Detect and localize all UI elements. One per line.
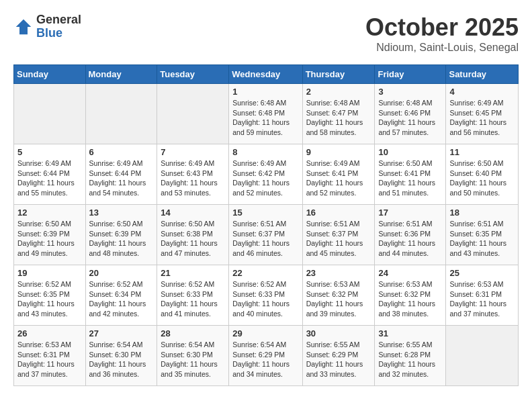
day-number: 16 bbox=[306, 208, 371, 218]
calendar-cell: 1Sunrise: 6:48 AM Sunset: 6:48 PM Daylig… bbox=[229, 84, 302, 144]
day-info: Sunrise: 6:49 AM Sunset: 6:42 PM Dayligh… bbox=[232, 158, 298, 198]
month-title: October 2025 bbox=[365, 13, 519, 42]
day-number: 10 bbox=[378, 147, 442, 157]
calendar-cell: 11Sunrise: 6:50 AM Sunset: 6:40 PM Dayli… bbox=[446, 144, 519, 205]
day-info: Sunrise: 6:55 AM Sunset: 6:29 PM Dayligh… bbox=[306, 340, 371, 379]
day-number: 4 bbox=[449, 87, 515, 97]
day-info: Sunrise: 6:53 AM Sunset: 6:31 PM Dayligh… bbox=[449, 279, 515, 319]
day-number: 27 bbox=[89, 328, 154, 338]
calendar-cell: 6Sunrise: 6:49 AM Sunset: 6:44 PM Daylig… bbox=[85, 144, 157, 205]
calendar-cell: 14Sunrise: 6:50 AM Sunset: 6:38 PM Dayli… bbox=[157, 205, 229, 265]
day-number: 8 bbox=[232, 147, 298, 157]
calendar-cell: 29Sunrise: 6:54 AM Sunset: 6:29 PM Dayli… bbox=[229, 326, 302, 386]
day-info: Sunrise: 6:54 AM Sunset: 6:29 PM Dayligh… bbox=[232, 340, 298, 379]
logo-icon bbox=[13, 17, 34, 37]
day-number: 7 bbox=[161, 147, 225, 157]
day-number: 11 bbox=[449, 147, 515, 157]
weekday-header: Sunday bbox=[14, 65, 86, 84]
day-number: 21 bbox=[161, 268, 225, 278]
day-number: 26 bbox=[17, 328, 82, 338]
day-info: Sunrise: 6:52 AM Sunset: 6:35 PM Dayligh… bbox=[17, 279, 82, 319]
calendar-week-row: 5Sunrise: 6:49 AM Sunset: 6:44 PM Daylig… bbox=[14, 144, 519, 205]
day-number: 25 bbox=[449, 268, 515, 278]
calendar-cell: 22Sunrise: 6:52 AM Sunset: 6:33 PM Dayli… bbox=[229, 265, 302, 326]
day-number: 29 bbox=[232, 328, 298, 338]
calendar-cell: 30Sunrise: 6:55 AM Sunset: 6:29 PM Dayli… bbox=[302, 326, 375, 386]
day-info: Sunrise: 6:53 AM Sunset: 6:31 PM Dayligh… bbox=[17, 340, 82, 379]
calendar-cell: 8Sunrise: 6:49 AM Sunset: 6:42 PM Daylig… bbox=[229, 144, 302, 205]
weekday-header: Wednesday bbox=[229, 65, 302, 84]
calendar-cell: 5Sunrise: 6:49 AM Sunset: 6:44 PM Daylig… bbox=[14, 144, 86, 205]
day-number: 13 bbox=[89, 208, 154, 218]
day-number: 1 bbox=[232, 87, 298, 97]
day-number: 9 bbox=[306, 147, 371, 157]
logo: General Blue bbox=[13, 13, 81, 40]
day-info: Sunrise: 6:53 AM Sunset: 6:32 PM Dayligh… bbox=[378, 279, 442, 319]
calendar-week-row: 1Sunrise: 6:48 AM Sunset: 6:48 PM Daylig… bbox=[14, 84, 519, 144]
calendar-cell: 31Sunrise: 6:55 AM Sunset: 6:28 PM Dayli… bbox=[375, 326, 446, 386]
location-title: Ndioum, Saint-Louis, Senegal bbox=[365, 42, 519, 54]
day-info: Sunrise: 6:51 AM Sunset: 6:36 PM Dayligh… bbox=[378, 219, 442, 259]
weekday-header: Thursday bbox=[302, 65, 375, 84]
day-number: 3 bbox=[378, 87, 442, 97]
day-info: Sunrise: 6:50 AM Sunset: 6:39 PM Dayligh… bbox=[89, 219, 154, 259]
day-number: 2 bbox=[306, 87, 371, 97]
weekday-header-row: SundayMondayTuesdayWednesdayThursdayFrid… bbox=[14, 65, 519, 84]
calendar-week-row: 12Sunrise: 6:50 AM Sunset: 6:39 PM Dayli… bbox=[14, 205, 519, 265]
day-number: 24 bbox=[378, 268, 442, 278]
calendar-cell: 27Sunrise: 6:54 AM Sunset: 6:30 PM Dayli… bbox=[85, 326, 157, 386]
calendar-cell: 23Sunrise: 6:53 AM Sunset: 6:32 PM Dayli… bbox=[302, 265, 375, 326]
calendar-cell: 17Sunrise: 6:51 AM Sunset: 6:36 PM Dayli… bbox=[375, 205, 446, 265]
calendar-cell: 20Sunrise: 6:52 AM Sunset: 6:34 PM Dayli… bbox=[85, 265, 157, 326]
calendar-cell bbox=[14, 84, 86, 144]
calendar-cell: 19Sunrise: 6:52 AM Sunset: 6:35 PM Dayli… bbox=[14, 265, 86, 326]
calendar-cell: 3Sunrise: 6:48 AM Sunset: 6:46 PM Daylig… bbox=[375, 84, 446, 144]
day-number: 6 bbox=[89, 147, 154, 157]
calendar-cell: 18Sunrise: 6:51 AM Sunset: 6:35 PM Dayli… bbox=[446, 205, 519, 265]
calendar-cell: 10Sunrise: 6:50 AM Sunset: 6:41 PM Dayli… bbox=[375, 144, 446, 205]
day-info: Sunrise: 6:50 AM Sunset: 6:39 PM Dayligh… bbox=[17, 219, 82, 259]
calendar-cell: 28Sunrise: 6:54 AM Sunset: 6:30 PM Dayli… bbox=[157, 326, 229, 386]
day-info: Sunrise: 6:50 AM Sunset: 6:38 PM Dayligh… bbox=[161, 219, 225, 259]
day-info: Sunrise: 6:53 AM Sunset: 6:32 PM Dayligh… bbox=[306, 279, 371, 319]
day-info: Sunrise: 6:51 AM Sunset: 6:37 PM Dayligh… bbox=[306, 219, 371, 259]
logo-general: General bbox=[36, 13, 81, 27]
weekday-header: Friday bbox=[375, 65, 446, 84]
svg-marker-0 bbox=[16, 19, 32, 35]
day-info: Sunrise: 6:52 AM Sunset: 6:33 PM Dayligh… bbox=[161, 279, 225, 319]
calendar-cell: 7Sunrise: 6:49 AM Sunset: 6:43 PM Daylig… bbox=[157, 144, 229, 205]
weekday-header: Saturday bbox=[446, 65, 519, 84]
calendar-cell: 25Sunrise: 6:53 AM Sunset: 6:31 PM Dayli… bbox=[446, 265, 519, 326]
day-number: 30 bbox=[306, 328, 371, 338]
day-info: Sunrise: 6:48 AM Sunset: 6:46 PM Dayligh… bbox=[378, 98, 442, 138]
day-info: Sunrise: 6:52 AM Sunset: 6:33 PM Dayligh… bbox=[232, 279, 298, 319]
day-info: Sunrise: 6:55 AM Sunset: 6:28 PM Dayligh… bbox=[378, 340, 442, 379]
day-number: 14 bbox=[161, 208, 225, 218]
calendar-table: SundayMondayTuesdayWednesdayThursdayFrid… bbox=[13, 64, 519, 386]
day-number: 15 bbox=[232, 208, 298, 218]
day-info: Sunrise: 6:48 AM Sunset: 6:48 PM Dayligh… bbox=[232, 98, 298, 138]
day-number: 20 bbox=[89, 268, 154, 278]
calendar-cell: 2Sunrise: 6:48 AM Sunset: 6:47 PM Daylig… bbox=[302, 84, 375, 144]
calendar-cell: 15Sunrise: 6:51 AM Sunset: 6:37 PM Dayli… bbox=[229, 205, 302, 265]
weekday-header: Monday bbox=[85, 65, 157, 84]
day-number: 12 bbox=[17, 208, 82, 218]
day-info: Sunrise: 6:50 AM Sunset: 6:41 PM Dayligh… bbox=[378, 158, 442, 198]
weekday-header: Tuesday bbox=[157, 65, 229, 84]
calendar-cell bbox=[85, 84, 157, 144]
calendar-week-row: 19Sunrise: 6:52 AM Sunset: 6:35 PM Dayli… bbox=[14, 265, 519, 326]
day-info: Sunrise: 6:49 AM Sunset: 6:44 PM Dayligh… bbox=[17, 158, 82, 198]
calendar-cell: 26Sunrise: 6:53 AM Sunset: 6:31 PM Dayli… bbox=[14, 326, 86, 386]
day-info: Sunrise: 6:48 AM Sunset: 6:47 PM Dayligh… bbox=[306, 98, 371, 138]
calendar-cell: 21Sunrise: 6:52 AM Sunset: 6:33 PM Dayli… bbox=[157, 265, 229, 326]
page-header: General Blue October 2025 Ndioum, Saint-… bbox=[13, 13, 519, 54]
day-number: 22 bbox=[232, 268, 298, 278]
calendar-cell: 24Sunrise: 6:53 AM Sunset: 6:32 PM Dayli… bbox=[375, 265, 446, 326]
title-block: October 2025 Ndioum, Saint-Louis, Senega… bbox=[365, 13, 519, 54]
day-number: 18 bbox=[449, 208, 515, 218]
calendar-cell: 12Sunrise: 6:50 AM Sunset: 6:39 PM Dayli… bbox=[14, 205, 86, 265]
day-info: Sunrise: 6:52 AM Sunset: 6:34 PM Dayligh… bbox=[89, 279, 154, 319]
day-number: 17 bbox=[378, 208, 442, 218]
logo-blue: Blue bbox=[36, 27, 81, 40]
day-number: 19 bbox=[17, 268, 82, 278]
